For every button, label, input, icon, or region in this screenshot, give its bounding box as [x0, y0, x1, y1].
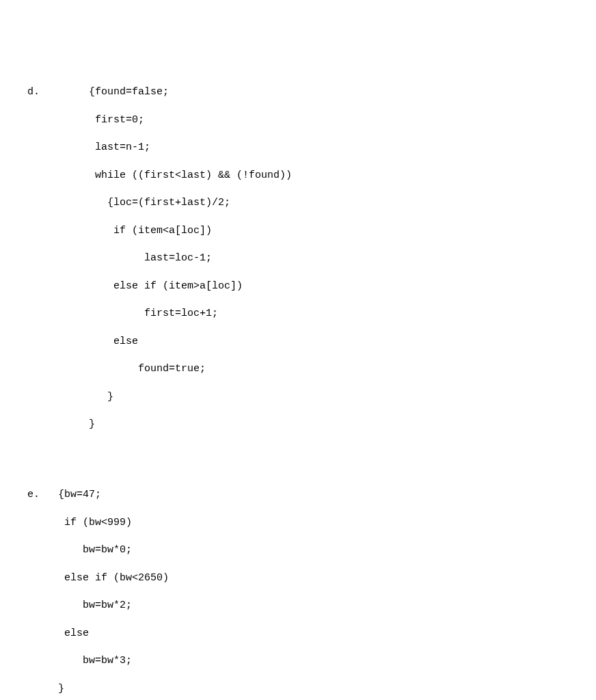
code-line: last=loc-1;: [27, 252, 212, 264]
code-line: }: [27, 391, 113, 403]
code-line: first=loc+1;: [27, 308, 218, 319]
code-line: while ((first<last) && (!found)): [27, 170, 292, 181]
code-line: }: [27, 418, 95, 430]
code-line: last=n-1;: [27, 142, 150, 153]
code-line: else: [27, 628, 89, 639]
code-line: first=0;: [27, 114, 144, 126]
code-line: else if (bw<2650): [27, 572, 169, 584]
code-line: bw=bw*0;: [27, 544, 132, 556]
code-line: else: [27, 336, 138, 347]
code-block-e: e. {bw=47; if (bw<999) bw=bw*0; else if …: [27, 474, 569, 700]
code-line: bw=bw*3;: [27, 655, 132, 667]
code-line: found=true;: [27, 363, 206, 375]
code-line: {loc=(first+last)/2;: [27, 197, 230, 208]
code-line: bw=bw*2;: [27, 600, 132, 611]
code-line: if (bw<999): [27, 517, 132, 528]
code-line: else if (item>a[loc]): [27, 280, 243, 292]
code-line: if (item<a[loc]): [27, 225, 212, 237]
code-line: }: [27, 683, 64, 695]
code-block-d: d. {found=false; first=0; last=n-1; whil…: [27, 72, 569, 446]
code-line: d. {found=false;: [27, 86, 169, 98]
code-line: e. {bw=47;: [27, 489, 101, 500]
